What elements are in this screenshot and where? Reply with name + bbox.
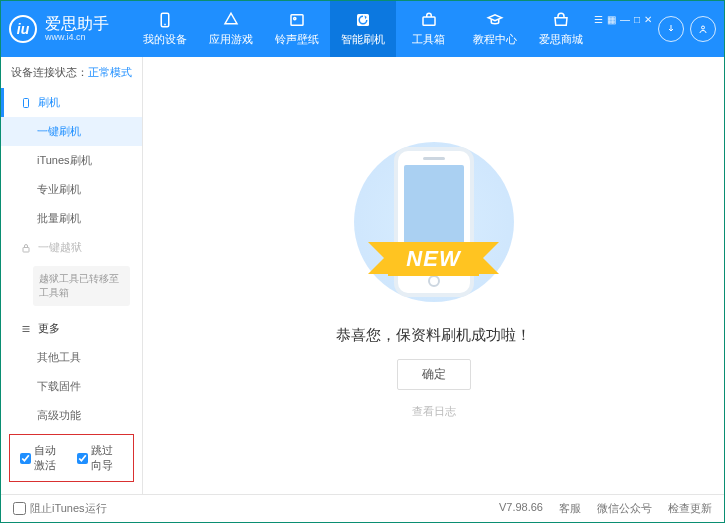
- download-button[interactable]: [658, 16, 684, 42]
- logo-icon: iu: [9, 15, 37, 43]
- phone-icon: [156, 11, 174, 29]
- nav-ringtones[interactable]: 铃声壁纸: [264, 1, 330, 57]
- menu-icon[interactable]: ☰: [594, 14, 603, 25]
- nav-label: 爱思商城: [539, 32, 583, 47]
- phone-small-icon: [20, 97, 32, 109]
- titlebar: iu 爱思助手 www.i4.cn 我的设备 应用游戏 铃声壁纸 智能刷机: [1, 1, 724, 57]
- image-icon: [288, 11, 306, 29]
- wechat-link[interactable]: 微信公众号: [597, 501, 652, 516]
- new-ribbon: NEW: [388, 242, 478, 276]
- nav-toolbox[interactable]: 工具箱: [396, 1, 462, 57]
- sidebar-item-download-firmware[interactable]: 下载固件: [1, 372, 142, 401]
- customer-service-link[interactable]: 客服: [559, 501, 581, 516]
- apps-icon: [222, 11, 240, 29]
- sidebar-item-oneclick-flash[interactable]: 一键刷机: [1, 117, 142, 146]
- footer: 阻止iTunes运行 V7.98.66 客服 微信公众号 检查更新: [1, 494, 724, 522]
- refresh-icon: [354, 11, 372, 29]
- svg-point-6: [702, 26, 705, 29]
- sidebar-item-itunes-flash[interactable]: iTunes刷机: [1, 146, 142, 175]
- store-icon: [552, 11, 570, 29]
- section-more[interactable]: 更多: [1, 314, 142, 343]
- maximize-icon[interactable]: □: [634, 14, 640, 25]
- nav-label: 工具箱: [412, 32, 445, 47]
- success-illustration: NEW: [334, 132, 534, 312]
- minimize-icon[interactable]: —: [620, 14, 630, 25]
- checkbox-label: 跳过向导: [91, 443, 124, 473]
- nav-label: 我的设备: [143, 32, 187, 47]
- sidebar-item-advanced[interactable]: 高级功能: [1, 401, 142, 430]
- nav-my-device[interactable]: 我的设备: [132, 1, 198, 57]
- confirm-button[interactable]: 确定: [397, 359, 471, 390]
- status-mode: 正常模式: [88, 66, 132, 78]
- svg-rect-8: [23, 247, 29, 252]
- nav-label: 铃声壁纸: [275, 32, 319, 47]
- svg-rect-2: [291, 15, 303, 26]
- version-text: V7.98.66: [499, 501, 543, 516]
- nav-label: 教程中心: [473, 32, 517, 47]
- section-label: 更多: [38, 321, 60, 336]
- user-button[interactable]: [690, 16, 716, 42]
- device-info[interactable]: iPhone 12 mini 64GB Down-12mini-13,1: [1, 486, 142, 494]
- nav-apps[interactable]: 应用游戏: [198, 1, 264, 57]
- download-icon: [665, 23, 677, 35]
- nav-label: 应用游戏: [209, 32, 253, 47]
- user-icon: [697, 23, 709, 35]
- status-label: 设备连接状态：: [11, 66, 88, 78]
- section-label: 一键越狱: [38, 240, 82, 255]
- sidebar: 设备连接状态：正常模式 刷机 一键刷机 iTunes刷机 专业刷机 批量刷机 一…: [1, 57, 143, 494]
- svg-rect-7: [24, 98, 29, 107]
- svg-point-3: [294, 17, 296, 19]
- close-icon[interactable]: ✕: [644, 14, 652, 25]
- top-nav: 我的设备 应用游戏 铃声壁纸 智能刷机 工具箱 教程中心: [132, 1, 594, 57]
- list-icon: [20, 323, 32, 335]
- checkbox-label: 阻止iTunes运行: [30, 501, 107, 516]
- options-box: 自动激活 跳过向导: [9, 434, 134, 482]
- nav-smart-flash[interactable]: 智能刷机: [330, 1, 396, 57]
- nav-tutorials[interactable]: 教程中心: [462, 1, 528, 57]
- view-log-link[interactable]: 查看日志: [412, 404, 456, 419]
- nav-store[interactable]: 爱思商城: [528, 1, 594, 57]
- section-jailbreak: 一键越狱: [1, 233, 142, 262]
- app-url: www.i4.cn: [45, 33, 109, 43]
- sidebar-item-other-tools[interactable]: 其他工具: [1, 343, 142, 372]
- svg-rect-5: [423, 17, 435, 25]
- cap-icon: [486, 11, 504, 29]
- toolbox-icon: [420, 11, 438, 29]
- section-flash[interactable]: 刷机: [1, 88, 142, 117]
- block-itunes-checkbox[interactable]: 阻止iTunes运行: [13, 501, 107, 516]
- lock-icon: [20, 242, 32, 254]
- connection-status: 设备连接状态：正常模式: [1, 57, 142, 88]
- main-content: NEW 恭喜您，保资料刷机成功啦！ 确定 查看日志: [143, 57, 724, 494]
- nav-label: 智能刷机: [341, 32, 385, 47]
- pin-icon[interactable]: ▦: [607, 14, 616, 25]
- section-label: 刷机: [38, 95, 60, 110]
- success-message: 恭喜您，保资料刷机成功啦！: [336, 326, 531, 345]
- jailbreak-note: 越狱工具已转移至工具箱: [33, 266, 130, 306]
- app-name: 爱思助手: [45, 15, 109, 33]
- auto-activate-checkbox[interactable]: 自动激活: [20, 443, 67, 473]
- sidebar-item-pro-flash[interactable]: 专业刷机: [1, 175, 142, 204]
- skip-guide-checkbox[interactable]: 跳过向导: [77, 443, 124, 473]
- checkbox-label: 自动激活: [34, 443, 67, 473]
- sidebar-item-batch-flash[interactable]: 批量刷机: [1, 204, 142, 233]
- check-update-link[interactable]: 检查更新: [668, 501, 712, 516]
- logo-area: iu 爱思助手 www.i4.cn: [9, 15, 132, 43]
